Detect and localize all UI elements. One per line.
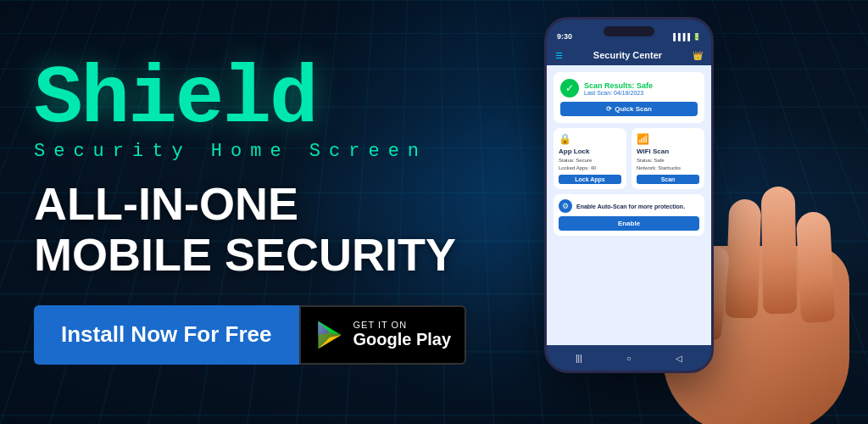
scan-result-title: Scan Results: Safe bbox=[584, 81, 653, 90]
shield-check-icon: ✓ bbox=[560, 79, 579, 98]
status-icons: ▐▐▐▐ 🔋 bbox=[670, 33, 701, 41]
wifi-network: Network: Starbucks bbox=[637, 165, 699, 170]
svg-marker-3 bbox=[318, 321, 341, 349]
scan-date: Last Scan: 04/18/2023 bbox=[584, 90, 653, 96]
auto-scan-row: ⚙ Enable Auto-Scan for more protection. bbox=[559, 199, 699, 213]
app-subtitle: Security Home Screen bbox=[34, 141, 509, 162]
google-play-button[interactable]: GET IT ON Google Play bbox=[299, 305, 467, 365]
quick-scan-label: Quick Scan bbox=[615, 105, 652, 113]
crown-icon[interactable]: 👑 bbox=[693, 51, 703, 60]
wifi-scan-card: 📶 WiFi Scan Status: Safe Network: Starbu… bbox=[632, 128, 704, 189]
tagline: ALL-IN-ONE MOBILE SECURITY bbox=[34, 179, 509, 280]
status-time: 9:30 bbox=[557, 32, 572, 41]
phone-mockup: 9:30 ▐▐▐▐ 🔋 ☰ Security Center 👑 bbox=[544, 17, 714, 373]
wifi-icon: 📶 bbox=[637, 133, 699, 145]
app-title: Shield bbox=[34, 59, 509, 141]
quick-scan-button[interactable]: ⟳ Quick Scan bbox=[560, 102, 698, 116]
app-lock-count: Locked Apps: 40 bbox=[559, 165, 621, 170]
play-text: GET IT ON Google Play bbox=[353, 320, 452, 349]
scan-text: Scan Results: Safe Last Scan: 04/18/2023 bbox=[584, 81, 653, 96]
tagline-line1: ALL-IN-ONE bbox=[34, 179, 509, 229]
right-panel: 9:30 ▐▐▐▐ 🔋 ☰ Security Center 👑 bbox=[509, 17, 834, 407]
tagline-line2: MOBILE SECURITY bbox=[34, 230, 509, 280]
nav-back-icon[interactable]: ||| bbox=[576, 354, 582, 363]
features-row: 🔒 App Lock Status: Secure Locked Apps: 4… bbox=[554, 128, 704, 189]
signal-icon: ▐▐▐▐ bbox=[670, 33, 690, 41]
wifi-status: Status: Safe bbox=[637, 158, 699, 163]
app-lock-status: Status: Secure bbox=[559, 158, 621, 163]
app-header: ☰ Security Center 👑 bbox=[547, 45, 711, 65]
scan-icon: ⟳ bbox=[606, 105, 612, 113]
battery-icon: 🔋 bbox=[693, 33, 701, 41]
phone-screen: 9:30 ▐▐▐▐ 🔋 ☰ Security Center 👑 bbox=[547, 20, 711, 371]
lock-icon: 🔒 bbox=[559, 133, 621, 145]
gear-icon: ⚙ bbox=[559, 199, 572, 213]
app-header-title: Security Center bbox=[593, 50, 662, 60]
install-button[interactable]: Install Now For Free bbox=[34, 305, 299, 365]
app-lock-card: 🔒 App Lock Status: Secure Locked Apps: 4… bbox=[554, 128, 626, 189]
nav-home-icon[interactable]: ○ bbox=[626, 354, 632, 363]
scan-result-row: ✓ Scan Results: Safe Last Scan: 04/18/20… bbox=[560, 79, 698, 98]
nav-recent-icon[interactable]: ◁ bbox=[676, 354, 682, 363]
cta-row: Install Now For Free bbox=[34, 305, 509, 365]
menu-icon[interactable]: ☰ bbox=[555, 51, 563, 60]
lock-apps-button[interactable]: Lock Apps bbox=[559, 175, 621, 184]
phone-notch bbox=[604, 26, 654, 36]
app-lock-title: App Lock bbox=[559, 148, 621, 155]
google-play-icon bbox=[314, 320, 345, 350]
enable-button[interactable]: Enable bbox=[559, 216, 699, 231]
phone-in-hand: 9:30 ▐▐▐▐ 🔋 ☰ Security Center 👑 bbox=[536, 17, 807, 407]
scan-card: ✓ Scan Results: Safe Last Scan: 04/18/20… bbox=[554, 72, 704, 123]
wifi-scan-button[interactable]: Scan bbox=[637, 175, 699, 184]
auto-scan-card: ⚙ Enable Auto-Scan for more protection. … bbox=[554, 194, 704, 236]
auto-scan-text: Enable Auto-Scan for more protection. bbox=[576, 204, 685, 209]
get-it-on-label: GET IT ON bbox=[353, 320, 452, 330]
app-content: ✓ Scan Results: Safe Last Scan: 04/18/20… bbox=[547, 65, 711, 345]
google-play-label: Google Play bbox=[353, 330, 452, 349]
phone-bottom-nav: ||| ○ ◁ bbox=[547, 345, 711, 371]
left-panel: Shield Security Home Screen ALL-IN-ONE M… bbox=[34, 59, 509, 365]
wifi-scan-title: WiFi Scan bbox=[637, 148, 699, 155]
